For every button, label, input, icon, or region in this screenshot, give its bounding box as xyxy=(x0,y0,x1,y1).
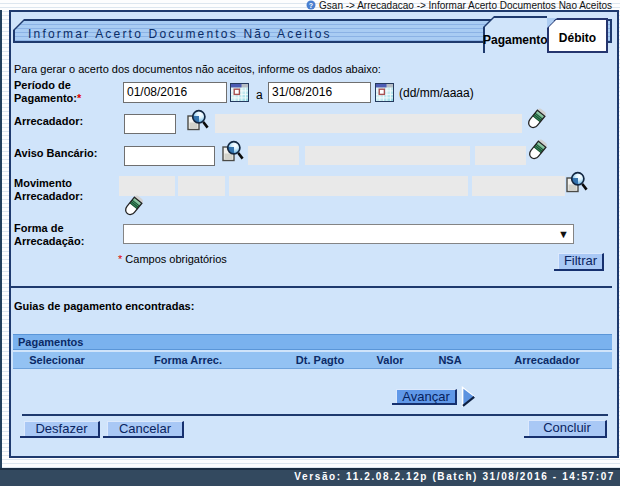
svg-text:?: ? xyxy=(309,2,313,9)
